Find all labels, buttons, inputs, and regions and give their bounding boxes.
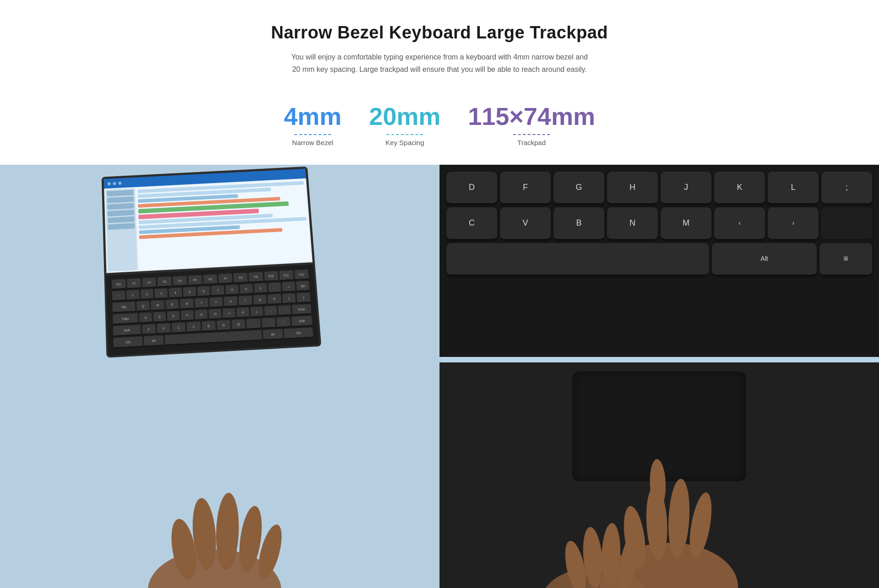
key-h: H [209,308,222,319]
closeup-key-d: D [446,172,497,205]
key-0: 0 [254,283,267,294]
closeup-key-semicolon: ; [821,172,872,205]
key-alt-left: Alt [144,335,163,346]
key-ctrl-right: Ctrl [283,327,313,339]
spec-underline-trackpad [513,134,550,135]
key-f3: F3 [157,276,172,287]
key-e: E [165,299,179,310]
key-f12: F12 [294,269,309,280]
key-7: 7 [211,285,224,296]
closeup-key-m: M [661,207,711,240]
trackpad-surface [572,372,746,481]
spec-value-trackpad: 115×74mm [468,103,595,130]
keyboard-closeup: D F G H J K L ; C V B N M ‹ › [440,165,879,357]
key-l: L [250,307,264,318]
key-shift-left: Shift [113,324,141,336]
key-equals: = [282,281,295,292]
key-c: C [172,322,186,333]
key-y: Y [209,297,223,308]
spec-trackpad: 115×74mm Trackpad [468,103,595,146]
key-semicolon: ; [264,306,277,317]
key-z: Z [141,324,156,335]
image-left: Esc F1 F2 F3 F4 F5 F6 F7 F8 F9 F10 F11 [0,165,440,588]
key-s: S [153,312,166,323]
image-right: D F G H J K L ; C V B N M ‹ › [440,165,879,588]
key-comma: , [246,318,260,329]
key-k: K [236,307,250,318]
hands-left-image [0,375,440,588]
closeup-key-f: F [500,172,551,205]
key-f2: F2 [142,277,157,288]
key-x: X [157,323,171,334]
key-row-3: Alt ≡ [446,243,872,276]
spec-key-spacing: 20mm Key Spacing [369,103,440,146]
closeup-key-v: V [500,207,551,240]
key-alt-right: Alt [263,329,283,340]
key-shift-right: Shift [291,316,312,327]
spec-value-spacing: 20mm [369,103,440,130]
key-9: 9 [239,284,253,295]
laptop-keyboard: Esc F1 F2 F3 F4 F5 F6 F7 F8 F9 F10 F11 [104,264,321,358]
images-section: Esc F1 F2 F3 F4 F5 F6 F7 F8 F9 F10 F11 [0,165,879,588]
spec-value-bezel: 4mm [284,103,342,130]
spec-underline-bezel [294,134,331,135]
key-row-2: C V B N M ‹ › [446,207,872,240]
closeup-key-gt: › [768,207,819,240]
header-section: Narrow Bezel Keyboard Large Trackpad You… [233,0,646,89]
key-r: R [180,298,194,309]
key-minus: - [268,282,281,293]
key-slash: / [277,317,291,328]
closeup-key-lt: ‹ [714,207,765,240]
subtitle: You will enjoy a comfortable typing expe… [243,51,636,76]
key-f4: F4 [173,275,187,286]
key-f9: F9 [249,272,263,283]
trackpad-section [440,362,879,588]
key-bracket-right: ] [297,292,310,303]
key-f: F [181,310,194,321]
key-caps: Caps [113,313,138,324]
spec-narrow-bezel: 4mm Narrow Bezel [284,103,342,146]
spec-label-bezel: Narrow Bezel [292,139,333,146]
key-5: 5 [183,287,196,298]
spec-underline-spacing [386,134,423,135]
key-f10: F10 [264,271,278,282]
closeup-key-j: J [661,172,711,205]
key-p: P [267,294,281,305]
key-2: 2 [141,289,154,300]
key-3: 3 [155,288,168,299]
spec-label-trackpad: Trackpad [517,139,546,146]
key-tab: Tab [112,302,135,313]
key-g: G [195,309,207,320]
key-esc: Esc [112,279,126,290]
main-title: Narrow Bezel Keyboard Large Trackpad [243,23,636,43]
key-t: T [195,297,208,308]
closeup-key-b: B [553,207,604,240]
laptop-device: Esc F1 F2 F3 F4 F5 F6 F7 F8 F9 F10 F11 [102,166,321,357]
closeup-key-g: G [553,172,604,205]
key-f7: F7 [218,273,233,284]
key-b: B [201,321,216,332]
page-wrapper: Narrow Bezel Keyboard Large Trackpad You… [0,0,879,588]
key-8: 8 [225,285,239,296]
key-f11: F11 [279,270,294,281]
closeup-key-n: N [607,207,658,240]
laptop-screen [102,166,315,275]
key-enter: Enter [292,304,312,315]
key-d: D [167,311,180,322]
key-ctrl-left: Ctrl [114,336,143,348]
key-row-1: D F G H J K L ; [446,172,872,205]
closeup-key-empty [821,207,872,240]
key-i: I [239,295,252,306]
closeup-key-c: C [446,207,497,240]
key-period: . [261,318,276,329]
closeup-key-h: H [607,172,658,205]
closeup-key-spacebar [446,243,709,276]
closeup-key-l: L [768,172,819,205]
key-1: 1 [126,290,140,301]
key-u: U [224,296,238,307]
key-f1: F1 [127,278,141,289]
key-f8: F8 [233,272,248,283]
key-m: M [232,319,246,330]
closeup-key-alt: Alt [712,243,817,276]
key-q: Q [136,301,150,312]
